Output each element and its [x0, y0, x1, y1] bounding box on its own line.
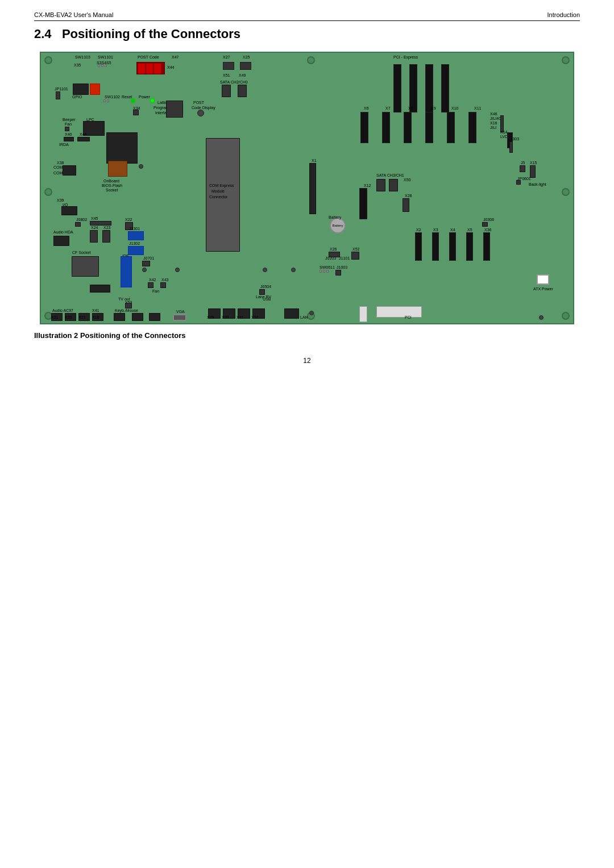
label-x43: X43: [161, 278, 168, 282]
label-x24: X24: [91, 226, 98, 229]
j5-conn: [520, 165, 525, 172]
x33-conn: [284, 308, 299, 319]
label-jili40: JILI40: [490, 116, 501, 120]
label-x29: X29: [207, 315, 214, 319]
label-audio-hda: Audio HDA: [53, 230, 73, 234]
conn-x10: [447, 112, 455, 143]
label-x45: X45: [91, 216, 98, 220]
label-socket: Socket: [106, 188, 118, 192]
j1003-conn: [335, 270, 341, 276]
label-x52: X52: [352, 247, 359, 251]
x1-conn: [309, 163, 316, 214]
label-x7: X7: [385, 106, 391, 110]
label-x12: X12: [364, 183, 371, 187]
section-title: 2.4 Positioning of the Connectors: [34, 27, 580, 41]
label-x51: X51: [223, 73, 230, 77]
pci-slot-4: [441, 64, 449, 112]
post-conn: [197, 110, 204, 116]
header-bar: CX-MB-EVA2 User's Manual Introduction: [34, 11, 580, 21]
post-digit-1: [138, 64, 145, 74]
x12-conn: [359, 188, 367, 219]
header-left: CX-MB-EVA2 User's Manual: [34, 11, 113, 18]
label-connector: Connector: [209, 195, 227, 199]
x5-conn: [466, 232, 473, 261]
label-x20: X20: [65, 315, 72, 319]
label-post-code: POST Code: [138, 55, 159, 59]
battery-label: Battery: [332, 224, 343, 227]
pci-slot-1: [393, 64, 401, 112]
screw-br2: [539, 315, 544, 320]
com1-conn: [63, 165, 76, 176]
label-post-conn: POST: [193, 101, 204, 105]
x28-conn: [403, 198, 409, 212]
power-btn: [150, 98, 155, 103]
label-x4: X4: [450, 228, 455, 232]
label-fan: Fan: [65, 122, 72, 126]
label-sw0611: SW0611: [320, 265, 335, 269]
label-j0701: J0701: [143, 256, 154, 260]
label-x49: X49: [239, 73, 246, 77]
x48-conn: [77, 137, 90, 141]
jp1101-conn: [56, 91, 60, 99]
label-backlight: Back-light: [529, 182, 546, 186]
cap1: [142, 268, 147, 272]
screw-lc: [44, 188, 52, 196]
x23-conn: [102, 230, 110, 243]
conn-x8: [404, 112, 412, 143]
label-x11: X11: [474, 106, 481, 110]
sata-x49: [238, 85, 247, 97]
j1302-conn: [128, 246, 144, 255]
x40-conn: [64, 137, 74, 141]
vga-conn: [173, 314, 186, 321]
label-x38: X38: [57, 161, 64, 165]
cap3: [263, 268, 267, 272]
j1303-conn: [509, 141, 513, 153]
screw-rc: [562, 188, 570, 196]
pci-bottom-1: [359, 306, 367, 322]
label-keyb: Keyb./Mouse: [115, 308, 138, 312]
conn-x9: [425, 112, 433, 143]
page-number: 12: [34, 357, 580, 365]
label-power: Power: [139, 95, 150, 99]
x17-conn: [132, 313, 143, 321]
cap2: [175, 268, 180, 272]
screw-tc: [307, 56, 315, 64]
x43-conn: [160, 282, 166, 288]
label-battery-text: Battery: [329, 215, 341, 219]
label-x47: X47: [172, 55, 179, 59]
board-container: SW1103 SW1101 POST Code X47 X27 X25 PCI …: [40, 52, 574, 324]
sw1102-switches: [103, 99, 109, 102]
conn-x11: [468, 112, 476, 143]
label-x32: X32: [251, 315, 258, 319]
label-sata-ch2ch0: SATA CH2/CH0: [220, 80, 248, 84]
label-fan2: Fan: [152, 289, 159, 293]
label-onboard: OnBoard: [103, 179, 119, 183]
x34-conn: [133, 110, 139, 115]
sata-ch1: [389, 179, 398, 191]
label-j0802: J0802: [76, 218, 87, 222]
j1301-conn: [128, 231, 144, 240]
audio-hda-conn: [53, 236, 69, 246]
post-digit-3: [154, 64, 161, 74]
label-x6: X6: [364, 106, 369, 110]
label-pci-express: PCI - Express: [393, 55, 418, 59]
label-x42: X42: [149, 278, 156, 282]
io-conn: [61, 206, 77, 215]
label-j0306: J0306: [483, 218, 494, 222]
label-s3s4s5: S3S4S5: [97, 61, 111, 65]
large-chip: [106, 132, 138, 164]
label-x19: X19: [78, 315, 85, 319]
label-x36: X36: [484, 228, 491, 232]
label-sata-ch3ch1: SATA CH3/CH1: [376, 173, 404, 177]
label-lan: LAN: [300, 315, 308, 319]
header-right: Introduction: [547, 11, 580, 18]
label-x46: X46: [490, 112, 497, 116]
screw-br: [562, 312, 570, 320]
screw-tr: [562, 56, 570, 64]
label-x35: X35: [74, 63, 81, 67]
x13-conn: [149, 313, 160, 321]
sw0611-pins: [320, 270, 329, 273]
label-x18: X18: [92, 315, 99, 319]
conn-x25: [240, 62, 251, 70]
label-x26: X26: [330, 247, 337, 251]
